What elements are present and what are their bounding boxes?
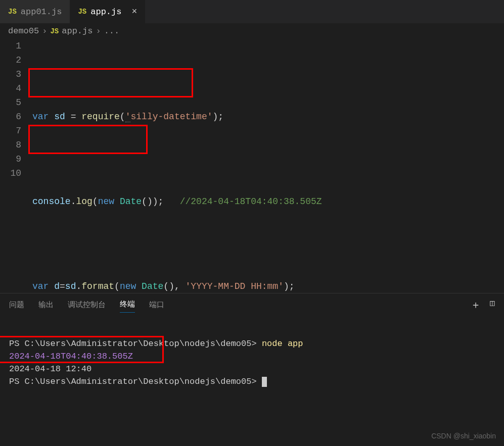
terminal[interactable]: PS C:\Users\Administrator\Desktop\nodejs… [0,316,504,422]
tab-app01[interactable]: JS app01.js [0,0,70,23]
tab-label: app.js [90,7,121,17]
panel-actions: ＋ ◫ [471,298,495,312]
new-terminal-icon[interactable]: ＋ [471,298,481,312]
breadcrumb-file: app.js [62,26,93,36]
breadcrumb-folder: demo05 [8,26,39,36]
chevron-right-icon: › [42,26,47,36]
terminal-cursor [262,377,267,387]
chevron-right-icon: › [96,26,101,36]
panel-tab-ports[interactable]: 端口 [149,297,164,313]
tab-label: app01.js [21,7,62,17]
watermark: CSDN @shi_xiaobin [431,432,496,440]
split-terminal-icon[interactable]: ◫ [490,298,495,312]
tab-bar: JS app01.js JS app.js × [0,0,504,23]
panel: 问题 输出 调试控制台 终端 端口 ＋ ◫ PS C:\Users\Admini… [0,293,504,446]
tab-app[interactable]: JS app.js × [70,0,145,23]
breadcrumb-trail: ... [104,26,120,36]
js-icon: JS [8,8,17,16]
js-icon: JS [78,8,86,16]
js-icon: JS [50,27,59,35]
panel-tab-terminal[interactable]: 终端 [120,296,135,313]
panel-tab-debug[interactable]: 调试控制台 [68,297,106,313]
highlight-box-2 [28,125,148,154]
close-icon[interactable]: × [131,7,137,17]
breadcrumb[interactable]: demo05 › JS app.js › ... [0,23,504,39]
panel-tab-problems[interactable]: 问题 [9,297,24,313]
panel-tab-output[interactable]: 输出 [38,297,54,313]
panel-tabs: 问题 输出 调试控制台 终端 端口 ＋ ◫ [0,293,504,316]
